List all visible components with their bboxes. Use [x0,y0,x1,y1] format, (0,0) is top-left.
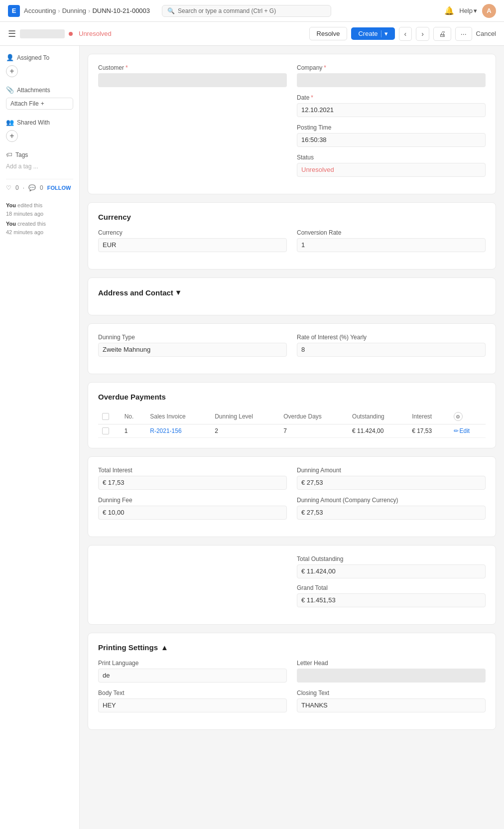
row-checkbox-cell [98,424,121,438]
select-all-checkbox[interactable] [102,413,109,420]
status-label: Unresolved [79,30,112,37]
company-col: Company * [297,64,486,87]
posting-time-value[interactable]: 16:50:38 [297,133,486,147]
status-value[interactable]: Unresolved [297,163,486,177]
attach-file-button[interactable]: Attach File + [6,98,73,110]
tag-icon: 🏷 [6,151,12,158]
print-button[interactable]: 🖨 [433,27,451,41]
currency-value[interactable]: EUR [98,238,287,252]
row-outstanding: € 11.424,00 [348,424,408,438]
breadcrumb-dunning[interactable]: Dunning [62,7,86,14]
next-button[interactable]: › [416,27,429,41]
assigned-to-add-button[interactable]: + [6,65,18,77]
person-icon: 👤 [6,54,14,61]
th-sales-invoice: Sales Invoice [146,409,211,424]
printing-settings-title[interactable]: Printing Settings ▲ [98,643,486,652]
letter-head-input[interactable] [297,669,486,683]
breadcrumb-accounting[interactable]: Accounting [24,7,56,14]
customer-company-row: Customer * Company * [98,64,486,87]
currency-col: Currency EUR [98,229,287,252]
row-sales-invoice[interactable]: R-2021-156 [146,424,211,438]
closing-text-col: Closing Text THANKS [297,690,486,712]
summary-row: Total Outstanding € 11.424,00 Grand Tota… [98,555,486,607]
posting-time-label: Posting Time [297,124,486,131]
closing-text-value[interactable]: THANKS [297,698,486,712]
dunning-type-value[interactable]: Zweite Mahnung [98,343,287,357]
dunning-fee-value[interactable]: € 10,00 [98,506,287,520]
totals-row-1: Total Interest € 17,53 Dunning Amount € … [98,467,486,490]
dunning-amount-cc-value[interactable]: € 27,53 [297,506,486,520]
created-time: 42 minutes ago [6,229,43,235]
currency-label: Currency [98,229,287,236]
customer-input[interactable] [98,73,287,87]
create-button[interactable]: Create ▾ [351,27,394,40]
prev-button[interactable]: ‹ [399,27,412,41]
dunning-amount-value[interactable]: € 27,53 [297,476,486,490]
separator: · [23,184,24,191]
avatar[interactable]: A [482,4,496,18]
customer-col: Customer * [98,64,287,87]
dunning-amount-col: Dunning Amount € 27,53 [297,467,486,490]
address-chevron-icon: ▾ [176,288,180,297]
conversion-rate-value[interactable]: 1 [297,238,486,252]
date-col: Date * 12.10.2021 [297,94,486,117]
more-button[interactable]: ··· [455,27,472,41]
currency-card: Currency Currency EUR Conversion Rate 1 [88,202,496,270]
add-tag-placeholder[interactable]: Add a tag ... [6,163,38,170]
row-overdue-days: 7 [279,424,348,438]
dunning-amount-cc-col: Dunning Amount (Company Currency) € 27,5… [297,497,486,520]
tags-label: 🏷 Tags [6,151,73,158]
overdue-payments-card: Overdue Payments No. Sales Invoice Dunni… [88,382,496,448]
status-col: Status Unresolved [297,154,486,177]
dunning-fee-col: Dunning Fee € 10,00 [98,497,287,520]
closing-text-label: Closing Text [297,690,486,696]
breadcrumb: Accounting › Dunning › DUNN-10-21-00003 [24,7,150,14]
rate-interest-value[interactable]: 8 [297,343,486,357]
total-outstanding-label: Total Outstanding [297,555,486,562]
layout: 👤 Assigned To + 📎 Attachments Attach Fil… [0,46,504,829]
follow-button[interactable]: FOLLOW [47,185,71,191]
search-placeholder-text: Search or type a command (Ctrl + G) [178,7,276,14]
th-outstanding: Outstanding [348,409,408,424]
shared-with-add-button[interactable]: + [6,130,18,142]
tags-section: 🏷 Tags Add a tag ... [6,151,73,170]
edit-link[interactable]: ✏ Edit [454,427,482,434]
company-input[interactable] [297,73,486,87]
row-checkbox[interactable] [102,427,109,434]
notification-bell-icon[interactable]: 🔔 [444,6,454,15]
table-settings-icon[interactable]: ⚙ [454,412,463,421]
th-dunning-level: Dunning Level [211,409,279,424]
comments-count[interactable]: 0 [40,184,43,191]
conversion-rate-col: Conversion Rate 1 [297,229,486,252]
total-outstanding-value[interactable]: € 11.424,00 [297,564,486,578]
date-col-empty [98,94,287,117]
total-interest-value[interactable]: € 17,53 [98,476,287,490]
printing-settings-card: Printing Settings ▲ Print Language de Le… [88,633,496,730]
print-language-value[interactable]: de [98,669,287,683]
cancel-button[interactable]: Cancel [476,30,496,37]
th-settings: ⚙ [450,409,486,424]
shared-icon: 👥 [6,119,14,126]
summary-empty-col [98,555,287,607]
date-value[interactable]: 12.10.2021 [297,103,486,117]
search-container: 🔍 Search or type a command (Ctrl + G) [162,5,432,17]
date-row: Date * 12.10.2021 [98,94,486,117]
assigned-to-section: 👤 Assigned To + [6,54,73,77]
edited-time: 18 minutes ago [6,211,43,217]
toolbar: ☰ Unresolved Resolve Create ▾ ‹ › 🖨 ··· … [0,22,504,46]
resolve-button[interactable]: Resolve [309,27,348,40]
rate-interest-col: Rate of Interest (%) Yearly 8 [297,334,486,357]
nav-actions: 🔔 Help ▾ A [444,4,496,18]
grand-total-value[interactable]: € 11.451,53 [297,593,486,607]
search-box[interactable]: 🔍 Search or type a command (Ctrl + G) [162,5,331,17]
address-section-title[interactable]: Address and Contact ▾ [98,288,486,297]
likes-count[interactable]: 0 [15,184,19,191]
printing-chevron-icon: ▲ [161,643,168,652]
currency-section-title[interactable]: Currency [98,213,486,221]
assigned-to-label: 👤 Assigned To [6,54,73,61]
menu-icon[interactable]: ☰ [8,28,16,39]
table-body: 1 R-2021-156 2 7 € 11.424,00 € 17,53 ✏ E… [98,424,486,438]
help-button[interactable]: Help ▾ [459,7,477,14]
search-icon: 🔍 [167,7,175,14]
body-text-value[interactable]: HEY [98,698,287,712]
